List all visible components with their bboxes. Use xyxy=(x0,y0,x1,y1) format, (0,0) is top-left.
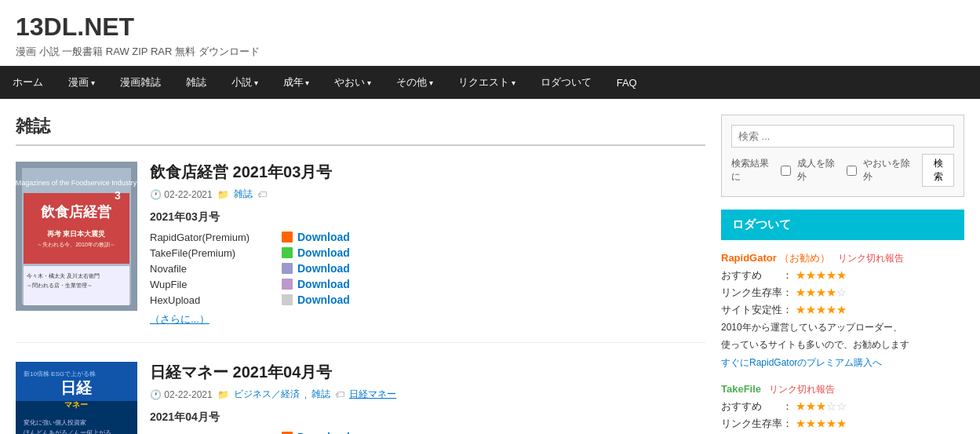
nav-home[interactable]: ホーム xyxy=(0,66,56,99)
svg-text:新10倍株 ESGで上がる株: 新10倍株 ESGで上がる株 xyxy=(24,370,96,377)
article-2-section-label: 2021年04月号 xyxy=(150,410,705,425)
rapidgator-survival-stars: ★★★★ xyxy=(796,286,836,298)
article-2: 新10倍株 ESGで上がる株 日経 マネー 変化に強い個人投資家 ほんどんあがる… xyxy=(16,362,705,434)
dl-row-1-1: RapidGator(Premium) Download xyxy=(150,231,705,243)
exclude-yaoi-checkbox[interactable] xyxy=(847,166,857,176)
main-nav: ホーム 漫画 漫画雑誌 雑誌 小説 成年 やおい その他 リクエスト ロダついて… xyxy=(0,66,980,99)
article-1-category[interactable]: 雑誌 xyxy=(234,188,253,201)
download-btn-1-3[interactable]: Download xyxy=(282,262,350,275)
svg-text:変化に強い個人投資家: 変化に強い個人投資家 xyxy=(24,419,86,426)
article-2-title: 日経マネー 2021年04月号 xyxy=(150,362,705,383)
article-1-section-label: 2021年03月号 xyxy=(150,210,705,224)
site-title: 13DL.NET xyxy=(16,13,964,42)
host-label-1-1: RapidGator(Premium) xyxy=(150,232,275,243)
nav-seinen[interactable]: 成年 xyxy=(271,66,322,99)
color-indicator-1-5 xyxy=(282,294,293,305)
nav-faq[interactable]: FAQ xyxy=(604,67,650,98)
article-2-tag[interactable]: 日経マネー xyxy=(349,388,396,401)
search-result-label: 検索結果に xyxy=(731,157,776,184)
search-button[interactable]: 検索 xyxy=(922,154,954,187)
article-2-meta: 🕐 02-22-2021 📁 ビジネス／経済, 雑誌 🏷 日経マネー xyxy=(150,388,705,401)
host-label-1-3: Novafile xyxy=(150,263,275,275)
nav-yaoi[interactable]: やおい xyxy=(322,66,384,99)
article-1-category-icon: 📁 xyxy=(217,189,229,200)
dl-label-1-4: Download xyxy=(297,278,350,290)
download-btn-2-1[interactable]: Download xyxy=(282,431,350,434)
dl-row-1-3: Novafile Download xyxy=(150,262,705,275)
dl-label-1-2: Download xyxy=(297,246,350,259)
svg-text:Magazines of the Foodservice I: Magazines of the Foodservice Industry xyxy=(16,179,137,187)
main-container: 雑誌 Magazines of the Foodservice Industry… xyxy=(0,99,980,434)
color-indicator-1-2 xyxy=(282,247,293,258)
site-subtitle: 漫画 小説 一般書籍 RAW ZIP RAR 無料 ダウンロード xyxy=(16,45,964,59)
svg-text:今々木・橘太夫 及川太右衛門: 今々木・橘太夫 及川太右衛門 xyxy=(27,273,100,279)
content-area: 雑誌 Magazines of the Foodservice Industry… xyxy=(16,115,705,434)
exclude-yaoi-label: やおいを除外 xyxy=(863,157,917,184)
download-btn-1-5[interactable]: Download xyxy=(282,294,350,306)
sidebar-rapidgator: RapidGator （お勧め） リンク切れ報告 おすすめ ： ★★★★★ リン… xyxy=(721,250,964,371)
nav-novel[interactable]: 小説 xyxy=(219,66,271,99)
takefile-survival-label: リンク生存率： xyxy=(721,418,792,429)
rapidgator-survival-empty: ☆ xyxy=(836,286,847,298)
dl-label-1-1: Download xyxy=(297,231,350,243)
rapidgator-survival-label: リンク生存率： xyxy=(721,286,792,298)
rapidgator-stability-stars: ★★★★★ xyxy=(796,304,847,315)
article-1-thumbnail: Magazines of the Foodservice Industry 飲食… xyxy=(16,162,137,326)
article-1-body: 飲食店経営 2021年03月号 🕐 02-22-2021 📁 雑誌 🏷 2021… xyxy=(150,162,705,326)
color-indicator-1-4 xyxy=(282,279,293,290)
nav-other[interactable]: その他 xyxy=(384,66,446,99)
site-header: 13DL.NET 漫画 小説 一般書籍 RAW ZIP RAR 無料 ダウンロー… xyxy=(0,0,980,66)
download-btn-1-1[interactable]: Download xyxy=(282,231,350,243)
svg-text:ほんどんあがる／んー何上がる: ほんどんあがる／んー何上がる xyxy=(24,429,111,434)
color-indicator-1-1 xyxy=(282,232,293,243)
article-1-more[interactable]: （さらに...） xyxy=(150,312,209,326)
dl-row-2-1: RapidGator(Premium) Download xyxy=(150,431,705,434)
svg-text:日経: 日経 xyxy=(60,379,93,396)
nav-manga-magazine[interactable]: 漫画雑誌 xyxy=(107,66,173,99)
svg-text:マネー: マネー xyxy=(64,400,88,409)
takefile-survival-stars: ★★★★★ xyxy=(796,418,847,429)
color-indicator-1-3 xyxy=(282,263,293,274)
search-input[interactable] xyxy=(731,125,954,148)
article-2-thumbnail: 新10倍株 ESGで上がる株 日経 マネー 変化に強い個人投資家 ほんどんあがる… xyxy=(16,362,137,434)
sidebar-takefile: TakeFile リンク切れ報告 おすすめ ： ★★★☆☆ リンク生存率： ★★… xyxy=(721,381,964,432)
dl-row-1-2: TakeFile(Premium) Download xyxy=(150,246,705,259)
article-2-tag-icon: 🏷 xyxy=(335,389,344,400)
dl-label-1-3: Download xyxy=(297,262,350,275)
sidebar: 検索結果に 成人を除外 やおいを除外 検索 ロダついて RapidGator （… xyxy=(721,115,964,434)
takefile-name: TakeFile xyxy=(721,383,761,395)
svg-text:～失われる今、2010年の教訓～: ～失われる今、2010年の教訓～ xyxy=(37,242,115,248)
rapidgator-report-link[interactable]: リンク切れ報告 xyxy=(838,253,904,264)
dl-label-1-5: Download xyxy=(297,294,350,306)
article-2-category-1[interactable]: ビジネス／経済 xyxy=(234,388,300,401)
host-label-2-1: RapidGator(Premium) xyxy=(150,432,275,435)
exclude-adult-checkbox[interactable] xyxy=(781,166,791,176)
host-label-1-4: WupFile xyxy=(150,279,275,290)
page-title: 雑誌 xyxy=(16,115,705,146)
nav-about[interactable]: ロダついて xyxy=(528,66,604,99)
article-2-category-2[interactable]: 雑誌 xyxy=(311,388,330,401)
takefile-report-link[interactable]: リンク切れ報告 xyxy=(769,384,835,395)
search-options: 検索結果に 成人を除外 やおいを除外 検索 xyxy=(731,154,954,187)
article-2-body: 日経マネー 2021年04月号 🕐 02-22-2021 📁 ビジネス／経済, … xyxy=(150,362,705,434)
article-2-date: 🕐 02-22-2021 xyxy=(150,389,213,400)
nav-zasshi[interactable]: 雑誌 xyxy=(173,66,219,99)
host-label-1-2: TakeFile(Premium) xyxy=(150,247,275,259)
svg-text:飲食店経営: 飲食店経営 xyxy=(41,203,111,220)
search-box: 検索結果に 成人を除外 やおいを除外 検索 xyxy=(721,115,964,197)
rapidgator-recommend-stars: ★★★★★ xyxy=(796,269,847,281)
rapidgator-premium-link[interactable]: すぐにRapidGatorのプレミアム購入へ xyxy=(721,357,882,368)
rapidgator-description: 2010年から運営しているアップローダー、使っているサイトも多いので、お勧めしま… xyxy=(721,322,909,350)
article-1-meta: 🕐 02-22-2021 📁 雑誌 🏷 xyxy=(150,188,705,201)
svg-text:再考 東日本大震災: 再考 東日本大震災 xyxy=(47,230,107,238)
nav-request[interactable]: リクエスト xyxy=(446,66,528,99)
svg-text:～問われる店・生業管理～: ～問われる店・生業管理～ xyxy=(27,283,93,289)
article-1: Magazines of the Foodservice Industry 飲食… xyxy=(16,162,705,343)
article-2-category-icon: 📁 xyxy=(217,389,229,400)
rapidgator-stability-label: サイト安定性： xyxy=(721,304,792,315)
download-btn-1-2[interactable]: Download xyxy=(282,246,350,259)
takefile-recommend-stars: ★★★ xyxy=(796,400,826,412)
download-btn-1-4[interactable]: Download xyxy=(282,278,350,290)
nav-manga[interactable]: 漫画 xyxy=(56,66,107,99)
host-label-1-5: HexUpload xyxy=(150,294,275,306)
